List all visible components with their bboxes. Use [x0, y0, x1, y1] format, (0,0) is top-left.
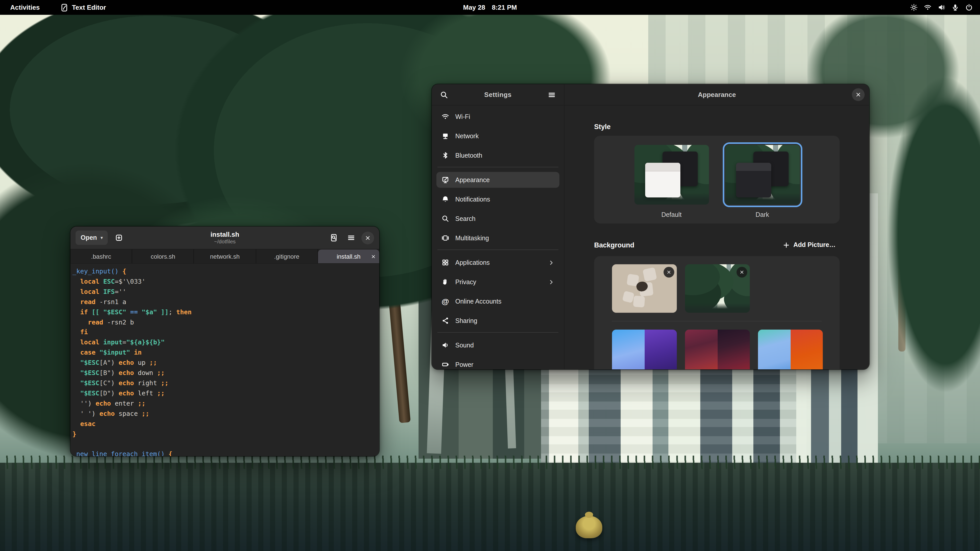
editor-tab-colors-sh[interactable]: colors.sh: [132, 249, 194, 263]
preset-wallpaper-thumb-dark-red[interactable]: [685, 330, 750, 369]
code-line: local ESC=$'\033': [73, 276, 375, 287]
style-heading: Style: [594, 123, 840, 130]
focused-app-label: Text Editor: [72, 3, 106, 11]
top-bar: Activities Text Editor May 28 8:21 PM: [0, 0, 980, 15]
code-line: esac: [73, 419, 375, 429]
style-caption: Default: [632, 211, 711, 218]
pane-headerbar: Appearance: [565, 84, 869, 106]
focused-app-menu[interactable]: Text Editor: [60, 3, 106, 11]
sidebar-headerbar: Settings: [432, 84, 564, 106]
sidebar-item-network[interactable]: Network: [436, 128, 559, 144]
desktop: Activities Text Editor May 28 8:21 PM Op…: [0, 0, 980, 551]
chevron-right-icon: [548, 279, 554, 285]
code-line: '') echo enter ;;: [73, 399, 375, 409]
editor-close-button[interactable]: [361, 231, 374, 244]
sharing-icon: [442, 317, 449, 324]
code-line: _new_line_foreach_item() {: [73, 449, 375, 456]
sidebar-item-privacy[interactable]: Privacy: [436, 274, 559, 290]
close-icon: [740, 270, 744, 275]
wallpaper-thumb-pixel-forest[interactable]: [685, 264, 750, 313]
sidebar-item-sound[interactable]: Sound: [436, 337, 559, 353]
text-editor-window: Open ▾ install.sh ~/dotfiles .bashrccolo…: [70, 227, 379, 456]
preset-wallpaper-thumb-blue-purple[interactable]: [612, 330, 677, 369]
code-editor-area[interactable]: _key_input() { local ESC=$'\033' local I…: [70, 264, 379, 456]
brightness-icon: [910, 3, 918, 11]
bell-icon: [442, 195, 449, 203]
sidebar-item-notifications[interactable]: Notifications: [436, 191, 559, 207]
activities-button[interactable]: Activities: [7, 3, 43, 12]
code-line: ' ') echo space ;;: [73, 408, 375, 419]
sidebar-group-divider: [438, 332, 558, 333]
editor-tab-gitignore[interactable]: .gitignore: [256, 249, 318, 263]
editor-headerbar: Open ▾ install.sh ~/dotfiles: [70, 227, 379, 249]
editor-tab-install-sh[interactable]: install.sh: [318, 249, 379, 263]
appearance-pane: Appearance Style DefaultDark Background …: [565, 84, 869, 369]
close-icon: [365, 235, 371, 241]
pane-body: Style DefaultDark Background Add Picture…: [565, 106, 869, 369]
sidebar-item-appearance[interactable]: Appearance: [436, 172, 559, 188]
wallpaper-thumb-abstract-beige[interactable]: [612, 264, 677, 313]
settings-close-button[interactable]: [852, 88, 865, 101]
search-icon: [442, 215, 449, 222]
appearance-icon: [442, 176, 449, 184]
remove-wallpaper-button[interactable]: [663, 267, 674, 278]
editor-tab-network-sh[interactable]: network.sh: [194, 249, 256, 263]
style-thumb-dark: [725, 145, 800, 205]
microphone-icon: [951, 3, 959, 11]
sidebar-list: Wi-FiNetworkBluetoothAppearanceNotificat…: [432, 106, 564, 369]
open-button[interactable]: Open ▾: [76, 230, 108, 245]
document-search-button[interactable]: [327, 230, 341, 245]
wifi-icon: [442, 113, 449, 121]
settings-menu-button[interactable]: [545, 87, 559, 102]
clock-date: May 28: [463, 3, 485, 11]
sidebar-item-power[interactable]: Power: [436, 357, 559, 369]
code-line: case "$input" in: [73, 348, 375, 358]
sidebar-item-multitasking[interactable]: Multitasking: [436, 230, 559, 246]
code-line: "$ESC[D") echo left ;;: [73, 388, 375, 399]
plus-icon: [783, 242, 790, 248]
code-line: _key_input() {: [73, 266, 375, 276]
new-tab-icon: [115, 233, 123, 242]
wallpaper-swamp: [0, 463, 980, 551]
style-option-default[interactable]: Default: [632, 142, 711, 224]
sidebar-item-search[interactable]: Search: [436, 211, 559, 227]
editor-tab-bar: .bashrccolors.shnetwork.sh.gitignoreinst…: [70, 249, 379, 264]
document-search-icon: [330, 233, 338, 242]
bluetooth-icon: [442, 151, 449, 159]
close-tab-button[interactable]: [371, 254, 375, 259]
settings-search-button[interactable]: [437, 87, 451, 102]
code-line: read -rsn1 a: [73, 297, 375, 307]
clock-button[interactable]: May 28 8:21 PM: [463, 3, 517, 11]
sidebar-item-online-accounts[interactable]: @Online Accounts: [436, 293, 559, 309]
preset-wallpaper-thumb-blue-orange[interactable]: [758, 330, 823, 369]
sidebar-item-applications[interactable]: Applications: [436, 254, 559, 270]
close-icon: [667, 270, 671, 275]
remove-wallpaper-button[interactable]: [737, 267, 747, 278]
code-line: [73, 439, 375, 449]
privacy-icon: [442, 278, 449, 286]
code-line: "$ESC[B") echo down ;;: [73, 368, 375, 378]
new-tab-button[interactable]: [112, 230, 126, 245]
system-status-area[interactable]: [910, 3, 973, 11]
wallpaper-turtle: [576, 516, 602, 538]
preset-wallpapers-row: [612, 330, 822, 369]
online-accounts-icon: @: [442, 297, 449, 306]
settings-window-title: Settings: [484, 91, 511, 98]
background-card: [594, 256, 840, 369]
background-heading: Background: [594, 241, 635, 249]
editor-title-stack: install.sh ~/dotfiles: [210, 231, 239, 245]
sidebar-item-sharing[interactable]: Sharing: [436, 313, 559, 329]
text-editor-icon: [60, 3, 68, 12]
sidebar-item-wi-fi[interactable]: Wi-Fi: [436, 109, 559, 124]
sidebar-item-bluetooth[interactable]: Bluetooth: [436, 148, 559, 163]
sidebar-group-divider: [438, 167, 558, 167]
code-line: "$ESC[C") echo right ;;: [73, 378, 375, 388]
background-divider: [612, 321, 822, 321]
editor-menu-button[interactable]: [344, 230, 358, 245]
applications-icon: [442, 259, 449, 266]
menu-icon: [548, 91, 556, 99]
code-line: fi: [73, 327, 375, 338]
editor-tab-bashrc[interactable]: .bashrc: [70, 249, 132, 263]
add-picture-button[interactable]: Add Picture…: [779, 239, 840, 251]
style-option-dark[interactable]: Dark: [722, 142, 802, 224]
